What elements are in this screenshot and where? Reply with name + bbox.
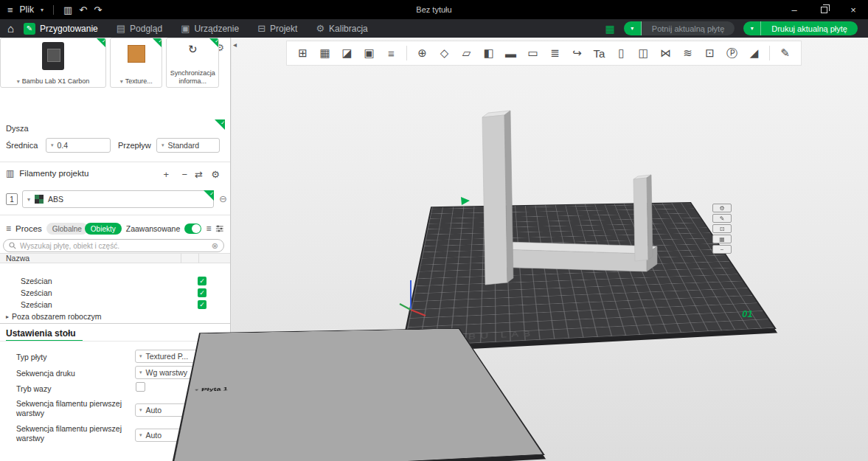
selected-check-corner [204,190,214,201]
plates-overview-icon[interactable]: ▦ [605,23,615,35]
chevron-down-icon: ▾ [17,78,20,85]
seam-paint-icon[interactable]: ↪ [567,44,587,63]
toolbar-separator [769,46,770,60]
column-separator [198,253,199,263]
object-name: Sześcian [21,277,52,285]
collapse-arrow-icon[interactable]: ▾ [195,388,198,392]
plate-type-value: Textured P... [146,352,189,361]
cut-icon[interactable]: ▬ [501,44,521,63]
plate-delete-icon[interactable]: − [712,245,732,254]
name-column-header: Nazwa [6,254,29,263]
plate-number-label[interactable]: 01 [742,308,752,319]
lay-on-face-icon[interactable]: ◧ [479,44,499,63]
file-menu-chevron-icon[interactable]: ▾ [41,7,44,13]
rotate-icon[interactable]: ◇ [434,44,454,63]
restore-button[interactable] [809,0,839,19]
brim-ears-icon[interactable]: ⊡ [700,44,720,63]
project-icon: ⊟ [257,23,265,34]
slice-edit-icon[interactable]: ✎ [775,44,795,63]
clear-search-icon[interactable]: ⊗ [212,241,218,251]
slice-plate-button[interactable]: ▾ Potnij aktualną płytę [624,21,735,35]
sidebar-collapse-icon[interactable]: ◂ [233,41,237,49]
pattern-icon[interactable]: Ⓟ [722,44,742,63]
arrange-icon[interactable]: ▣ [359,44,379,63]
title-bar: ≡ Plik ▾ ▥ ↶ ↷ Bez tytułu – × [0,0,868,19]
tab-label: Urządzenie [194,24,239,34]
object-tree-row[interactable]: Sześcian [0,287,230,299]
spiral-tool-icon[interactable]: ▯ [611,44,631,63]
adaptive-layer-height-icon[interactable]: ≋ [678,44,698,63]
move-icon[interactable]: ⊕ [412,44,432,63]
home-icon[interactable]: ⌂ [7,22,14,35]
object-print-checkbox[interactable]: ✓ [198,300,206,309]
delete-filament-icon[interactable]: ⊖ [219,193,227,204]
slice-dropdown-icon[interactable]: ▾ [624,21,642,35]
connector-icon[interactable]: ⋈ [656,44,676,63]
process-global-toggle[interactable]: Globalne [46,223,88,235]
auto-orient-icon[interactable]: ◪ [337,44,357,63]
undo-icon[interactable]: ↶ [79,4,87,15]
sync-filament-icon[interactable]: ⇄ [195,169,203,180]
redo-icon[interactable]: ↷ [94,4,102,15]
outside-area-row[interactable]: ▸ Poza obszarem roboczym [0,311,230,322]
view-list-icon[interactable]: ≡ [206,223,211,234]
scale-icon[interactable]: ▱ [456,44,476,63]
add-plate-icon[interactable]: ▦ [315,44,335,63]
close-button[interactable]: × [839,0,868,19]
diameter-dropdown[interactable]: ▾ 0.4 [46,138,111,153]
print-dropdown-icon[interactable]: ▾ [743,21,761,35]
nozzle-check-corner [214,120,224,131]
printer-card[interactable]: ▾ Bambu Lab X1 Carbon [0,38,106,88]
vase-mode-checkbox[interactable] [136,382,145,392]
plate-type-card[interactable]: ▾ Texture... [110,38,163,88]
plate-name-icon[interactable]: ✎ [712,214,732,223]
minimize-button[interactable]: – [780,0,809,19]
tune-icon[interactable] [215,224,224,233]
object-list-header: Nazwa [0,253,230,263]
filament-dropdown[interactable]: ▾ ABS [22,190,214,208]
tab-podglad[interactable]: ▤ Podgląd [117,23,162,34]
advanced-toggle[interactable] [184,223,201,234]
object-tree-row[interactable]: Sześcian [0,299,230,311]
bed-settings-title: Ustawienia stołu [6,328,76,339]
process-objects-toggle[interactable]: Obiekty [85,223,122,235]
remove-filament-button[interactable]: − [181,169,187,180]
tab-label: Projekt [270,24,297,34]
assembly-view-icon[interactable]: ◫ [633,44,653,63]
tab-kalibracja[interactable]: ⚙ Kalibracja [316,23,367,34]
tab-urzadzenie[interactable]: ▣ Urządzenie [181,23,239,34]
search-icon [9,242,16,249]
text-tool-icon[interactable]: Ta [589,44,609,63]
object-print-checkbox[interactable]: ✓ [198,277,206,285]
save-icon[interactable]: ▥ [63,4,72,15]
object-tree-row[interactable]: Sześcian [0,275,230,287]
chevron-down-icon: ▾ [120,78,123,85]
plate-type-dropdown[interactable]: ▾ Textured P... [135,350,200,363]
search-input[interactable] [20,242,208,250]
tab-projekt[interactable]: ⊟ Projekt [257,23,297,34]
support-paint-icon[interactable]: ≣ [545,44,565,63]
add-filament-button[interactable]: + [163,169,169,180]
tab-przygotowanie[interactable]: ✎ Przygotowanie [24,23,98,35]
flow-dropdown[interactable]: ▾ Standard [156,138,220,153]
plate-lock-icon[interactable]: ⊡ [712,224,732,233]
printer-thumbnail [42,42,64,70]
file-menu[interactable]: Plik [20,4,34,15]
add-object-icon[interactable]: ⊞ [293,44,313,63]
printer-name: Bambu Lab X1 Carbon [22,77,90,85]
plate-action-buttons: ⚙ ✎ ⊡ ▦ − [712,204,732,254]
sync-info-card[interactable]: ↻ Synchronizacja informa... [166,38,219,88]
section-divider [0,341,230,342]
split-to-objects-icon[interactable]: ≡ [381,44,401,63]
hamburger-menu-icon[interactable]: ≡ [7,4,13,15]
filament-settings-gear-icon[interactable]: ⚙ [211,169,220,180]
restore-icon [821,7,827,13]
filament-material: ABS [48,195,63,204]
fuzzy-skin-icon[interactable]: ◢ [744,44,764,63]
object-print-checkbox[interactable]: ✓ [198,288,206,297]
mesh-boolean-icon[interactable]: ▭ [523,44,543,63]
plate-settings-icon[interactable]: ⚙ [712,204,732,212]
plate-arrange-icon[interactable]: ▦ [712,235,732,243]
expand-arrow-icon[interactable]: ▸ [6,313,9,320]
print-plate-button[interactable]: ▾ Drukuj aktualną płytę [743,21,858,35]
